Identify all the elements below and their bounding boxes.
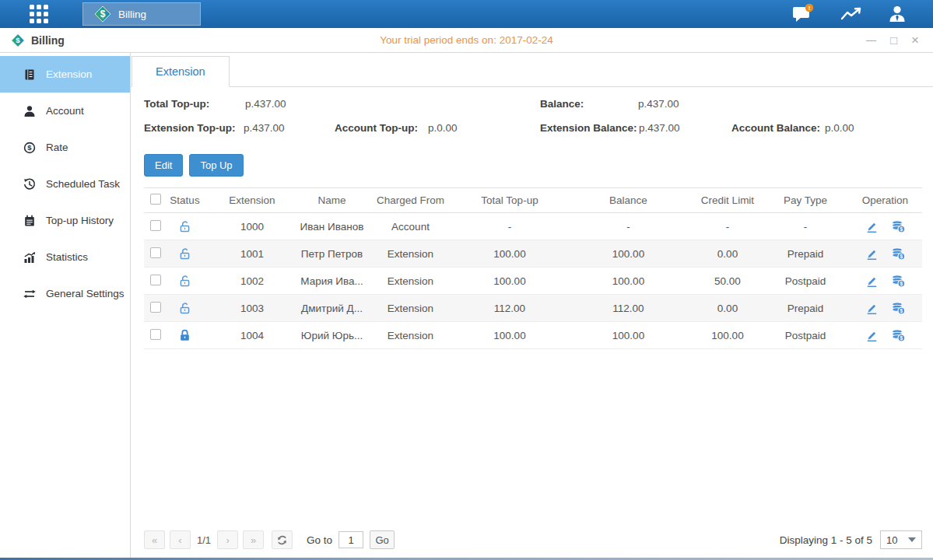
row-checkbox[interactable] xyxy=(150,247,161,258)
edit-pencil-icon[interactable] xyxy=(865,220,879,233)
row-checkbox[interactable] xyxy=(150,329,161,340)
sidebar-item-scheduled-task[interactable]: Scheduled Task xyxy=(0,166,130,202)
cell-balance: 100.00 xyxy=(564,322,693,349)
last-page-button[interactable]: » xyxy=(243,530,264,549)
chevron-down-icon xyxy=(908,537,916,542)
row-checkbox[interactable] xyxy=(150,302,161,313)
edit-button[interactable]: Edit xyxy=(144,154,183,177)
table-row: 1003Дмитрий Д...Extension112.00112.000.0… xyxy=(144,295,922,322)
cell-charged-from: Extension xyxy=(366,268,455,295)
extension-topup-value: p.437.00 xyxy=(244,122,285,134)
notifications-chat-icon[interactable]: ! xyxy=(792,4,814,24)
col-name: Name xyxy=(298,188,366,213)
sidebar-item-label: General Settings xyxy=(46,288,125,299)
top-up-coins-icon[interactable]: $ xyxy=(891,329,906,342)
table-row: 1001Петр ПетровExtension100.00100.000.00… xyxy=(144,240,922,268)
lock-open-icon[interactable] xyxy=(178,247,191,261)
goto-page-input[interactable] xyxy=(338,531,363,548)
cell-balance: 100.00 xyxy=(564,268,693,295)
sidebar-item-statistics[interactable]: Statistics xyxy=(0,239,130,275)
history-clock-icon xyxy=(23,178,36,191)
maximize-icon[interactable]: □ xyxy=(890,34,897,46)
close-icon[interactable]: × xyxy=(911,33,919,47)
edit-pencil-icon[interactable] xyxy=(865,247,879,261)
prev-page-button[interactable]: ‹ xyxy=(170,530,191,549)
cell-name: Юрий Юрь... xyxy=(298,322,366,349)
table-row: 1004Юрий Юрь...Extension100.00100.00100.… xyxy=(144,322,922,349)
topbar-billing-tab[interactable]: $ Billing xyxy=(82,2,201,26)
col-total-topup: Total Top-up xyxy=(455,188,564,213)
reports-chart-icon[interactable] xyxy=(840,6,861,22)
cell-balance: 112.00 xyxy=(564,295,693,322)
select-all-checkbox[interactable] xyxy=(150,194,161,205)
col-balance: Balance xyxy=(564,188,693,213)
col-charged-from: Charged From xyxy=(366,188,455,213)
cell-credit-limit: 100.00 xyxy=(693,322,763,349)
cell-pay-type: - xyxy=(763,213,848,240)
extensions-table: Status Extension Name Charged From Total… xyxy=(144,187,922,349)
minimize-icon[interactable]: — xyxy=(866,35,876,45)
cell-extension: 1004 xyxy=(206,322,298,349)
top-up-coins-icon[interactable]: $ xyxy=(891,247,906,261)
cell-credit-limit: 0.00 xyxy=(693,240,763,268)
row-checkbox[interactable] xyxy=(150,220,161,231)
cell-total-topup: 100.00 xyxy=(455,322,564,349)
svg-text:!: ! xyxy=(808,5,811,12)
cell-name: Дмитрий Д... xyxy=(298,295,366,322)
lock-open-icon[interactable] xyxy=(178,275,191,288)
sidebar-item-label: Extension xyxy=(46,68,92,80)
sidebar-item-topup-history[interactable]: Top-up History xyxy=(0,202,130,239)
row-checkbox[interactable] xyxy=(150,275,161,285)
tab-bar: Extension xyxy=(131,56,933,87)
refresh-icon[interactable] xyxy=(272,530,293,549)
lock-open-icon[interactable] xyxy=(178,302,191,315)
cell-charged-from: Extension xyxy=(366,322,455,349)
table-header-row: Status Extension Name Charged From Total… xyxy=(144,188,922,213)
col-credit-limit: Credit Limit xyxy=(693,188,763,213)
cell-total-topup: - xyxy=(455,213,564,240)
sliders-icon xyxy=(23,288,36,300)
svg-text:$: $ xyxy=(900,254,903,260)
total-topup-label: Total Top-up: xyxy=(144,98,209,110)
sidebar-item-account[interactable]: Account xyxy=(0,93,130,129)
apps-grid-icon[interactable] xyxy=(30,5,48,23)
lock-closed-icon[interactable] xyxy=(178,329,191,342)
sidebar-item-rate[interactable]: $ Rate xyxy=(0,129,130,166)
account-balance-label: Account Balance: xyxy=(731,122,820,134)
go-button[interactable]: Go xyxy=(370,530,395,549)
app-window: $ Billing ! xyxy=(0,0,933,560)
top-app-bar: $ Billing ! xyxy=(0,0,933,28)
cell-balance: - xyxy=(564,213,693,240)
top-up-coins-icon[interactable]: $ xyxy=(891,302,906,315)
top-up-coins-icon[interactable]: $ xyxy=(891,220,906,233)
summary-section: Total Top-up: p.437.00 Balance: p.437.00… xyxy=(144,98,922,146)
top-up-button[interactable]: Top Up xyxy=(189,154,243,177)
edit-pencil-icon[interactable] xyxy=(865,329,879,342)
cell-pay-type: Postpaid xyxy=(763,268,848,295)
col-extension: Extension xyxy=(206,188,298,213)
col-operation: Operation xyxy=(848,188,922,213)
sidebar-item-label: Statistics xyxy=(46,251,88,263)
cell-balance: 100.00 xyxy=(564,240,693,268)
user-account-icon[interactable] xyxy=(888,5,907,23)
cell-extension: 1000 xyxy=(206,213,298,240)
sidebar-item-extension[interactable]: Extension xyxy=(0,56,130,93)
cell-pay-type: Prepaid xyxy=(763,240,848,268)
svg-text:$: $ xyxy=(16,36,20,44)
total-topup-value: p.437.00 xyxy=(245,98,286,110)
tab-extension[interactable]: Extension xyxy=(132,56,230,87)
edit-pencil-icon[interactable] xyxy=(865,302,879,315)
balance-value: p.437.00 xyxy=(638,98,679,110)
edit-pencil-icon[interactable] xyxy=(865,275,879,288)
pagination-bar: « ‹ 1/1 › » Go to Go Displaying xyxy=(144,528,922,551)
cell-name: Иван Иванов xyxy=(298,213,366,240)
lock-open-icon[interactable] xyxy=(178,220,191,233)
next-page-button[interactable]: › xyxy=(217,530,238,549)
cell-name: Петр Петров xyxy=(298,240,366,268)
cell-credit-limit: 50.00 xyxy=(693,268,763,295)
sidebar-item-general-settings[interactable]: General Settings xyxy=(0,275,130,312)
first-page-button[interactable]: « xyxy=(144,530,165,549)
person-icon xyxy=(23,105,36,117)
top-up-coins-icon[interactable]: $ xyxy=(891,275,906,288)
page-size-select[interactable]: 10 xyxy=(880,530,922,549)
